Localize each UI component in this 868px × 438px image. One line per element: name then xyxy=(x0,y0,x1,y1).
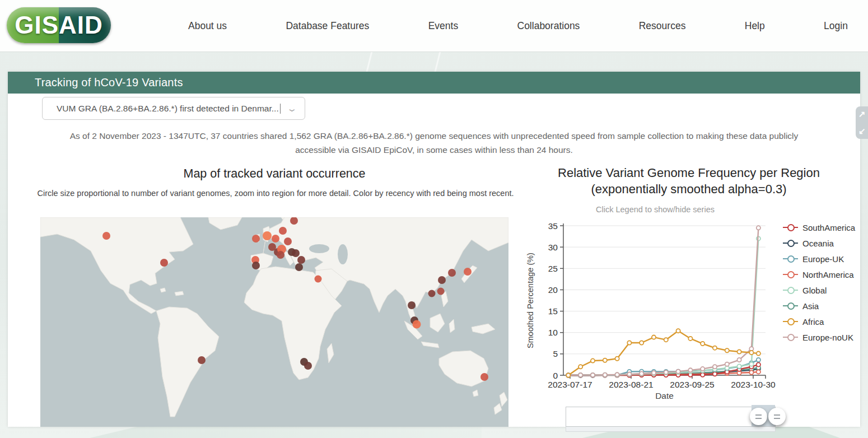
nav-item-events[interactable]: Events xyxy=(425,15,462,38)
legend-item-Asia[interactable]: Asia xyxy=(783,298,861,314)
chart-title-line2: (exponentially smoothed alpha=0.3) xyxy=(521,181,857,197)
legend-item-Oceania[interactable]: Oceania xyxy=(783,235,861,251)
variant-dropdown[interactable]: VUM GRA (BA.2.86+BA.2.86.*) first detect… xyxy=(42,97,305,120)
legend-item-Global[interactable]: Global xyxy=(783,282,861,298)
data-point-Global[interactable] xyxy=(749,362,753,366)
data-point-NorthAmerica[interactable] xyxy=(757,370,760,374)
frequency-chart[interactable]: 051015202530352023-07-172023-08-212023-0… xyxy=(521,217,787,403)
map-marker-switzerland[interactable] xyxy=(277,251,284,259)
data-point-Europe-noUK[interactable] xyxy=(591,373,595,377)
data-point-Africa[interactable] xyxy=(737,350,741,353)
map-marker-uk[interactable] xyxy=(263,231,272,240)
world-map-svg xyxy=(40,217,508,427)
data-point-Europe-noUK[interactable] xyxy=(578,373,582,377)
chevron-down-icon[interactable]: ⌄ xyxy=(287,104,298,114)
data-point-NorthAmerica[interactable] xyxy=(749,370,753,374)
data-point-Africa[interactable] xyxy=(627,341,631,344)
map-marker-netherlands[interactable] xyxy=(272,235,279,243)
data-point-Africa[interactable] xyxy=(640,341,643,344)
nav-item-about-us[interactable]: About us xyxy=(185,15,230,38)
map-marker-us-northeast[interactable] xyxy=(160,259,168,267)
data-point-Europe-noUK[interactable] xyxy=(664,370,668,374)
data-point-Europe-noUK[interactable] xyxy=(701,367,704,371)
data-point-Africa[interactable] xyxy=(749,351,753,355)
data-point-Europe-noUK[interactable] xyxy=(627,372,631,376)
data-point-Europe-noUK[interactable] xyxy=(603,373,607,377)
data-point-Africa[interactable] xyxy=(725,348,729,352)
data-point-Europe-noUK[interactable] xyxy=(676,370,680,374)
data-point-SouthAmerica[interactable] xyxy=(701,373,704,377)
data-point-Africa[interactable] xyxy=(603,358,607,362)
legend-item-Europe-noUK[interactable]: Europe-noUK xyxy=(783,329,861,345)
data-point-Africa[interactable] xyxy=(664,338,668,342)
data-point-Europe-noUK[interactable] xyxy=(652,371,656,375)
legend-item-Africa[interactable]: Africa xyxy=(783,314,861,329)
data-point-Africa[interactable] xyxy=(688,337,692,341)
data-point-Europe-noUK[interactable] xyxy=(725,362,729,366)
data-point-Global[interactable] xyxy=(737,364,741,368)
resize-diagonal-arrows-icon[interactable]: ↗ ↙ xyxy=(856,106,868,139)
map-marker-germany-north[interactable] xyxy=(284,237,292,245)
data-point-Europe-noUK[interactable] xyxy=(713,365,717,369)
map-marker-austria-2[interactable] xyxy=(292,249,300,257)
data-point-Africa[interactable] xyxy=(757,351,760,355)
content-panel: Tracking of hCoV-19 Variants VUM GRA (BA… xyxy=(8,72,860,427)
map-title: Map of tracked variant occurrence xyxy=(40,167,508,181)
legend-item-SouthAmerica[interactable]: SouthAmerica xyxy=(783,220,861,235)
data-point-Africa[interactable] xyxy=(566,373,570,377)
page-title: Tracking of hCoV-19 Variants xyxy=(35,76,183,89)
series-line-Europe-noUK[interactable] xyxy=(568,228,758,375)
data-point-Europe-UK[interactable] xyxy=(757,358,760,362)
map-marker-brazil[interactable] xyxy=(198,356,206,364)
date-range-slider[interactable] xyxy=(566,407,776,427)
arrow-up-right-icon: ↗ xyxy=(858,110,866,118)
data-point-Europe-noUK[interactable] xyxy=(640,371,643,375)
legend-marker-icon xyxy=(783,240,798,246)
legend-item-Europe-UK[interactable]: Europe-UK xyxy=(783,251,861,267)
slider-handle-left[interactable] xyxy=(750,408,767,425)
legend-label: Oceania xyxy=(802,239,834,248)
map-marker-taiwan[interactable] xyxy=(437,288,445,295)
map-marker-ireland[interactable] xyxy=(252,235,260,243)
map-marker-israel[interactable] xyxy=(315,276,322,283)
data-point-Europe-noUK[interactable] xyxy=(757,226,760,230)
data-point-SouthAmerica[interactable] xyxy=(713,372,717,376)
x-tick-label: 2023-10-30 xyxy=(731,380,776,389)
map-marker-denmark[interactable] xyxy=(279,227,287,235)
nav-item-resources[interactable]: Resources xyxy=(636,15,689,38)
map-marker-thailand[interactable] xyxy=(408,301,416,309)
nav-item-help[interactable]: Help xyxy=(741,15,768,38)
data-point-Africa[interactable] xyxy=(652,336,656,339)
nav-item-database-features[interactable]: Database Features xyxy=(282,15,372,38)
map-marker-china-east[interactable] xyxy=(438,276,446,284)
slider-handle-right[interactable] xyxy=(768,408,786,425)
data-point-Africa[interactable] xyxy=(676,329,680,333)
data-point-Africa[interactable] xyxy=(615,357,619,361)
map-marker-portugal-south[interactable] xyxy=(252,262,260,269)
data-point-Europe-noUK[interactable] xyxy=(737,358,741,362)
data-point-Africa[interactable] xyxy=(713,346,717,350)
legend-item-NorthAmerica[interactable]: NorthAmerica xyxy=(783,267,861,282)
map-marker-japan[interactable] xyxy=(464,268,472,276)
data-point-Africa[interactable] xyxy=(701,342,704,346)
map-marker-australia[interactable] xyxy=(480,373,488,381)
data-point-Europe-noUK[interactable] xyxy=(615,372,619,376)
world-map[interactable] xyxy=(40,217,508,427)
map-marker-romania[interactable] xyxy=(297,256,305,264)
data-point-Europe-noUK[interactable] xyxy=(688,368,692,372)
data-point-SouthAmerica[interactable] xyxy=(757,362,760,366)
map-marker-greece[interactable] xyxy=(295,263,303,271)
map-marker-singapore[interactable] xyxy=(413,320,421,329)
chart-legend: SouthAmericaOceaniaEurope-UKNorthAmerica… xyxy=(783,220,861,345)
map-marker-hong-kong[interactable] xyxy=(428,290,436,297)
slider-track-strip xyxy=(566,427,776,432)
map-marker-south-africa-2[interactable] xyxy=(304,362,312,370)
gisaid-logo[interactable]: GISAID xyxy=(7,7,111,43)
nav-item-collaborations[interactable]: Collaborations xyxy=(514,15,584,38)
series-line-Global[interactable] xyxy=(568,239,758,375)
data-point-Africa[interactable] xyxy=(591,358,595,362)
map-marker-canada[interactable] xyxy=(102,232,110,240)
data-point-Africa[interactable] xyxy=(578,365,582,369)
nav-item-login[interactable]: Login xyxy=(820,15,851,38)
map-marker-south-korea[interactable] xyxy=(448,269,456,277)
